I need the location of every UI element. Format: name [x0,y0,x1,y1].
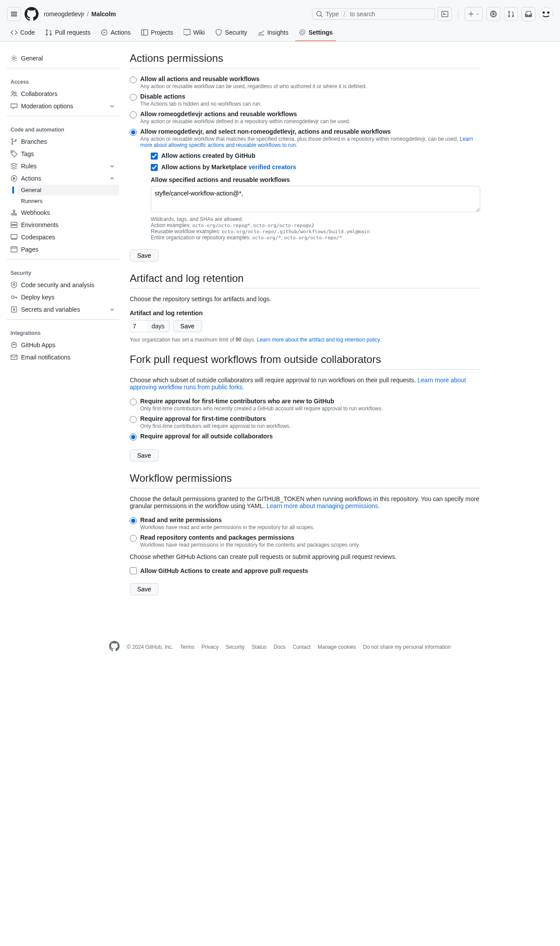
retention-save-button[interactable]: Save [173,320,202,332]
workflow-perms-save-button[interactable]: Save [130,583,159,595]
header-divider [458,10,458,18]
create-new-button[interactable] [464,7,483,21]
radio-disable[interactable]: Disable actions The Actions tab is hidde… [130,93,480,107]
graph-icon [258,29,265,36]
specified-actions-textarea[interactable]: styfle/cancel-workflow-action@*, [151,186,480,212]
issues-button[interactable] [486,7,500,21]
radio-perms-readonly-input[interactable] [130,535,137,542]
svg-point-19 [13,284,15,285]
github-logo[interactable] [25,7,39,21]
command-palette-button[interactable] [438,7,452,21]
sidebar-codespaces[interactable]: Codespaces [7,231,119,243]
radio-fork-first-time-input[interactable] [130,416,137,423]
fork-desc: Choose which subset of outside collabora… [130,377,480,391]
svg-point-4 [13,57,15,60]
radio-fork-first-time[interactable]: Require approval for first-time contribu… [130,415,480,429]
sidebar-rules[interactable]: Rules [7,160,119,172]
workflow-perms-learn-more-link[interactable]: Learn more about managing permissions. [266,502,379,509]
sidebar-collaborators[interactable]: Collaborators [7,88,119,100]
radio-fork-new-github-input[interactable] [130,398,137,405]
user-avatar[interactable] [539,7,553,21]
retention-hint: Your organization has set a maximum limi… [130,337,480,343]
sidebar-actions-runners[interactable]: Runners [18,196,119,206]
sidebar-webhooks[interactable]: Webhooks [7,206,119,219]
nav-settings[interactable]: Settings [295,25,336,41]
nav-insights[interactable]: Insights [254,25,292,41]
sidebar-tags[interactable]: Tags [7,148,119,160]
radio-allow-select[interactable]: Allow romeogdetlevjr, and select non-rom… [130,128,480,241]
radio-perms-readonly[interactable]: Read repository contents and packages pe… [130,534,480,548]
radio-fork-new-github[interactable]: Require approval for first-time contribu… [130,398,480,412]
sidebar-code-security[interactable]: Code security and analysis [7,279,119,291]
radio-fork-all-input[interactable] [130,434,137,441]
retention-title: Artifact and log retention [130,272,480,288]
nav-code[interactable]: Code [7,25,38,41]
sidebar-secrets[interactable]: Secrets and variables [7,303,119,316]
breadcrumb: romeogdetlevjr / Malcolm [44,11,116,18]
footer-privacy[interactable]: Privacy [202,644,219,650]
nav-actions[interactable]: Actions [97,25,134,41]
radio-perms-readonly-label: Read repository contents and packages pe… [140,534,360,541]
shield-check-icon [11,281,18,288]
check-allow-pr-input[interactable] [130,567,137,574]
footer-docs[interactable]: Docs [273,644,285,650]
pull-requests-button[interactable] [504,7,518,21]
breadcrumb-repo[interactable]: Malcolm [92,11,116,18]
radio-allow-all-input[interactable] [130,76,137,83]
nav-security[interactable]: Security [212,25,251,41]
footer-security[interactable]: Security [226,644,245,650]
sidebar-moderation[interactable]: Moderation options [7,100,119,112]
radio-perms-readwrite-input[interactable] [130,517,137,524]
actions-permissions-save-button[interactable]: Save [130,249,159,262]
footer-dont-share[interactable]: Do not share my personal information [363,644,450,650]
breadcrumb-separator: / [87,11,89,18]
check-allow-marketplace[interactable]: Allow actions by Marketplace verified cr… [151,163,480,171]
browser-icon [11,246,18,253]
nav-projects[interactable]: Projects [138,25,177,41]
sidebar-pages[interactable]: Pages [7,243,119,256]
check-allow-pr[interactable]: Allow GitHub Actions to create and appro… [130,567,480,574]
nav-wiki[interactable]: Wiki [180,25,208,41]
check-allow-pr-label: Allow GitHub Actions to create and appro… [140,567,308,574]
check-allow-marketplace-input[interactable] [151,164,158,171]
svg-point-2 [542,11,545,14]
footer-github-logo[interactable] [109,641,120,653]
fork-save-button[interactable]: Save [130,449,159,462]
breadcrumb-owner[interactable]: romeogdetlevjr [44,11,85,18]
footer-cookies[interactable]: Manage cookies [318,644,356,650]
radio-allow-all-label: Allow all actions and reusable workflows [140,75,367,82]
svg-point-5 [12,92,14,94]
sidebar-branches[interactable]: Branches [7,135,119,148]
radio-allow-all[interactable]: Allow all actions and reusable workflows… [130,75,480,89]
workflow-pr-desc: Choose whether GitHub Actions can create… [130,553,480,560]
notifications-button[interactable] [521,7,535,21]
sidebar-group-access: Access [7,72,119,88]
sidebar-github-apps[interactable]: GitHub Apps [7,339,119,351]
chevron-down-icon [109,306,116,313]
sidebar-general[interactable]: General [7,52,119,64]
radio-allow-select-input[interactable] [130,129,137,136]
verified-creators-link[interactable]: verified creators [248,164,296,171]
footer-contact[interactable]: Contact [293,644,311,650]
sidebar-environments[interactable]: Environments [7,219,119,231]
radio-disable-input[interactable] [130,94,137,101]
sidebar-group-integrations: Integrations [7,323,119,339]
sidebar-actions-general[interactable]: General [18,185,119,196]
sidebar-email-notifications[interactable]: Email notifications [7,351,119,363]
footer-terms[interactable]: Terms [180,644,195,650]
retention-learn-more-link[interactable]: Learn more about the artifact and log re… [257,337,381,343]
search-input[interactable]: Type / to search [312,8,435,20]
sidebar-actions[interactable]: Actions [7,172,119,185]
hamburger-menu-button[interactable] [7,7,21,21]
radio-fork-all[interactable]: Require approval for all outside collabo… [130,433,480,441]
check-allow-github[interactable]: Allow actions created by GitHub [151,152,480,160]
radio-perms-readwrite[interactable]: Read and write permissions Workflows hav… [130,516,480,530]
svg-rect-17 [11,235,17,238]
radio-allow-owner-input[interactable] [130,111,137,118]
footer-status[interactable]: Status [252,644,266,650]
radio-fork-new-github-desc: Only first-time contributors who recentl… [140,405,383,412]
sidebar-deploy-keys[interactable]: Deploy keys [7,291,119,303]
radio-allow-owner[interactable]: Allow romeogdetlevjr actions and reusabl… [130,110,480,124]
nav-pull-requests[interactable]: Pull requests [42,25,94,41]
check-allow-github-input[interactable] [151,153,158,160]
